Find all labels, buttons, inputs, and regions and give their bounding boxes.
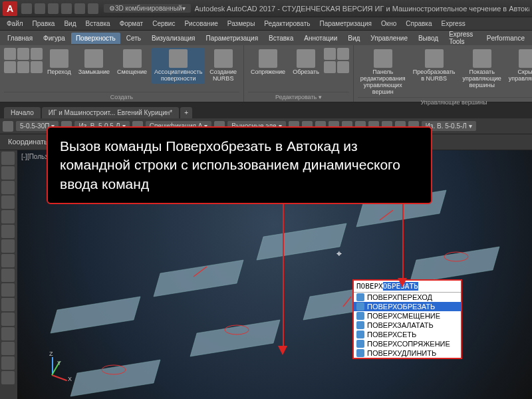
tab-output[interactable]: Вывод [414, 33, 443, 44]
tool-icon[interactable] [1, 342, 15, 355]
ribbon-icon[interactable] [4, 48, 16, 60]
annotation-arrow [402, 194, 404, 281]
tool-icon[interactable] [1, 371, 15, 384]
tool-icon[interactable] [1, 181, 15, 194]
qat-icon[interactable] [48, 3, 59, 14]
cmd-icon [356, 349, 364, 357]
ribbon-icon[interactable] [337, 61, 349, 73]
ribbon-icon[interactable] [31, 48, 43, 60]
command-input[interactable]: ПОВЕРХОБРЕЗАТЬ [354, 281, 461, 293]
menu-draw[interactable]: Рисование [180, 19, 221, 29]
tool-icon[interactable] [1, 313, 15, 326]
tool-icon[interactable] [1, 166, 15, 180]
tool-icon[interactable] [1, 225, 15, 238]
quick-access-toolbar [21, 3, 98, 14]
left-toolbar [0, 150, 17, 399]
doctab-new[interactable]: + [180, 107, 192, 118]
annotation-callout: Вызов команды Поверхобрезать в Автокад и… [47, 126, 432, 204]
menu-edit[interactable]: Правка [29, 19, 59, 29]
menu-modify[interactable]: Редактировать [260, 19, 314, 29]
tab-insert[interactable]: Вставка [264, 33, 298, 44]
menu-param[interactable]: Параметризация [315, 19, 376, 29]
tab-view[interactable]: Вид [343, 33, 364, 44]
ribbon-icon[interactable] [17, 48, 29, 60]
hide-cv-button[interactable]: Скрыть управляющие [506, 48, 532, 84]
menu-file[interactable]: Файл [3, 19, 27, 29]
cmd-option[interactable]: ПОВЕРХЗАЛАТАТЬ [354, 321, 461, 330]
doctab-drawing[interactable]: ИГ и Машиностроит... Евгений Курицин* [42, 107, 179, 118]
menu-view[interactable]: Вид [60, 19, 80, 29]
panel-edit: Сопряжение Обрезать Редактировать ▾ [244, 45, 354, 102]
menu-tools[interactable]: Сервис [148, 19, 179, 29]
tool-icon[interactable] [1, 269, 15, 282]
tool-icon[interactable] [1, 254, 15, 267]
cmd-option[interactable]: ПОВЕРХУДЛИНИТЬ [354, 348, 461, 358]
qat-icon[interactable] [35, 3, 45, 14]
doctab-home[interactable]: Начало [4, 107, 41, 118]
cmd-icon [356, 321, 364, 329]
tab-mesh[interactable]: Сеть [122, 33, 146, 44]
tool-icon[interactable] [1, 327, 15, 340]
tab-manage[interactable]: Управление [366, 33, 412, 44]
show-icon [473, 49, 491, 68]
panel-name: Управляющие вершины [358, 97, 532, 106]
qat-icon[interactable] [21, 3, 32, 14]
ribbon-icon[interactable] [324, 48, 336, 60]
app-logo[interactable]: A [3, 1, 17, 16]
qat-icon[interactable] [74, 3, 85, 14]
workspace-selector[interactable]: ⚙ 3D комбинированный ▾ [104, 4, 191, 13]
cv-panel-icon [374, 49, 392, 68]
prop-icon[interactable] [3, 121, 13, 132]
tool-icon[interactable] [1, 152, 15, 165]
menu-express[interactable]: Express [438, 19, 469, 29]
cmd-option[interactable]: ПОВЕРХСЕТЬ [354, 330, 461, 339]
ribbon-icon[interactable] [17, 61, 29, 73]
show-cv-button[interactable]: Показать управляющие вершины [460, 48, 504, 90]
close-button[interactable]: Замыкание [76, 48, 112, 77]
convert-nurbs-button[interactable]: Преобразовать в NURBS [410, 48, 458, 84]
tab-surface[interactable]: Поверхность [71, 33, 120, 44]
ribbon-icon[interactable] [337, 48, 349, 60]
cmd-option[interactable]: ПОВЕРХПЕРЕХОД [354, 293, 461, 302]
cmd-option[interactable]: ПОВЕРХОБРЕЗАТЬ [354, 302, 461, 311]
tab-param[interactable]: Параметризация [201, 33, 263, 44]
tab-visual[interactable]: Визуализация [147, 33, 200, 44]
tool-icon[interactable] [1, 283, 15, 297]
title-bar: A ⚙ 3D комбинированный ▾ Autodesk AutoCA… [0, 0, 532, 17]
menu-insert[interactable]: Вставка [81, 19, 114, 29]
cv-panel-button[interactable]: Панель редактирования управляющих вершин [358, 48, 408, 97]
tool-icon[interactable] [1, 210, 15, 223]
fillet-icon [259, 49, 277, 68]
offset-button[interactable]: Смещение [114, 48, 150, 77]
tab-annot[interactable]: Аннотации [299, 33, 342, 44]
associativity-button[interactable]: Ассоциативность поверхности [152, 48, 205, 84]
tool-icon[interactable] [1, 298, 15, 311]
tool-icon[interactable] [1, 196, 15, 209]
cmd-option[interactable]: ПОВЕРХСМЕЩЕНИЕ [354, 311, 461, 321]
close-icon [84, 49, 103, 68]
tool-icon[interactable] [1, 239, 15, 253]
tab-perf[interactable]: Performance [482, 33, 529, 44]
ribbon-icon[interactable] [324, 61, 336, 73]
cmd-icon [356, 293, 364, 301]
ribbon-icon[interactable] [4, 61, 16, 73]
qat-icon[interactable] [61, 3, 72, 14]
tab-home[interactable]: Главная [3, 33, 37, 44]
tab-express[interactable]: Express Tools [444, 29, 481, 47]
ribbon-icon[interactable] [31, 61, 43, 73]
nurbs-button[interactable]: Создание NURBS [207, 48, 239, 84]
svg-marker-0 [51, 297, 140, 333]
cmd-option[interactable]: ПОВЕРХСОПРЯЖЕНИЕ [354, 339, 461, 348]
fillet-button[interactable]: Сопряжение [248, 48, 288, 77]
menu-dim[interactable]: Размеры [223, 19, 259, 29]
tab-solid[interactable]: Фигура [39, 33, 70, 44]
ucs-icon[interactable]: ZXY [37, 357, 69, 389]
qat-icon[interactable] [88, 3, 98, 14]
trim-button[interactable]: Обрезать [290, 48, 322, 77]
menu-window[interactable]: Окно [377, 19, 400, 29]
cmd-icon [356, 331, 364, 338]
transition-button[interactable]: Переход [45, 48, 74, 77]
menu-help[interactable]: Справка [402, 19, 436, 29]
tool-icon[interactable] [1, 356, 15, 370]
menu-format[interactable]: Формат [116, 19, 148, 29]
